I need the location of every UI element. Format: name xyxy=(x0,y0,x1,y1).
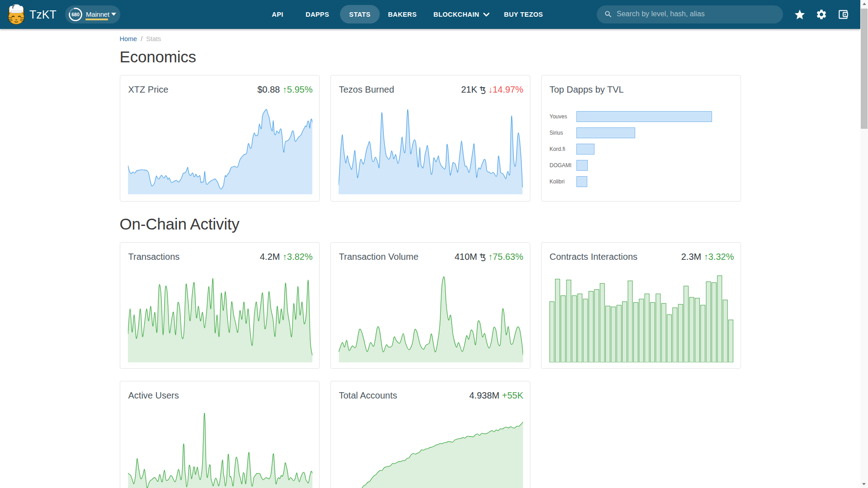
svg-text:680: 680 xyxy=(71,12,80,17)
